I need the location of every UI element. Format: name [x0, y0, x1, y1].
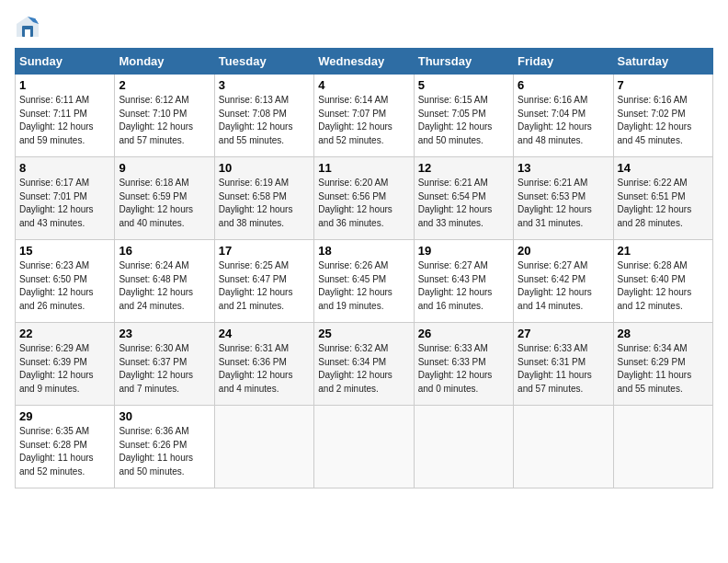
calendar-cell: 23Sunrise: 6:30 AM Sunset: 6:37 PM Dayli… [115, 323, 214, 406]
day-number: 14 [618, 161, 709, 175]
day-info: Sunrise: 6:25 AM Sunset: 6:47 PM Dayligh… [219, 259, 310, 313]
day-number: 8 [19, 161, 110, 175]
calendar-cell: 10Sunrise: 6:19 AM Sunset: 6:58 PM Dayli… [214, 157, 313, 240]
day-info: Sunrise: 6:16 AM Sunset: 7:04 PM Dayligh… [518, 94, 609, 147]
day-number: 27 [518, 327, 609, 340]
day-header-wednesday: Wednesday [314, 49, 414, 75]
day-info: Sunrise: 6:36 AM Sunset: 6:26 PM Dayligh… [119, 425, 210, 478]
day-number: 24 [219, 327, 310, 340]
day-info: Sunrise: 6:11 AM Sunset: 7:11 PM Dayligh… [19, 94, 110, 147]
calendar-cell: 7Sunrise: 6:16 AM Sunset: 7:02 PM Daylig… [613, 75, 712, 157]
calendar-cell: 16Sunrise: 6:24 AM Sunset: 6:48 PM Dayli… [115, 240, 214, 323]
day-info: Sunrise: 6:20 AM Sunset: 6:56 PM Dayligh… [318, 177, 409, 230]
calendar-cell: 15Sunrise: 6:23 AM Sunset: 6:50 PM Dayli… [16, 240, 115, 323]
day-number: 11 [318, 161, 409, 175]
calendar-cell: 30Sunrise: 6:36 AM Sunset: 6:26 PM Dayli… [115, 406, 214, 488]
calendar-cell: 20Sunrise: 6:27 AM Sunset: 6:42 PM Dayli… [514, 240, 613, 323]
day-number: 25 [318, 327, 409, 340]
day-info: Sunrise: 6:21 AM Sunset: 6:54 PM Dayligh… [418, 177, 509, 230]
calendar-header-row: SundayMondayTuesdayWednesdayThursdayFrid… [16, 49, 713, 75]
calendar-cell: 19Sunrise: 6:27 AM Sunset: 6:43 PM Dayli… [414, 240, 513, 323]
page-header [15, 15, 713, 40]
calendar-cell: 3Sunrise: 6:13 AM Sunset: 7:08 PM Daylig… [214, 75, 313, 157]
day-info: Sunrise: 6:22 AM Sunset: 6:51 PM Dayligh… [618, 177, 709, 230]
day-header-thursday: Thursday [414, 49, 513, 75]
day-header-tuesday: Tuesday [214, 49, 313, 75]
calendar-cell: 18Sunrise: 6:26 AM Sunset: 6:45 PM Dayli… [314, 240, 414, 323]
day-info: Sunrise: 6:27 AM Sunset: 6:42 PM Dayligh… [518, 259, 609, 313]
calendar-cell [214, 406, 313, 488]
day-info: Sunrise: 6:33 AM Sunset: 6:33 PM Dayligh… [418, 342, 509, 396]
day-info: Sunrise: 6:16 AM Sunset: 7:02 PM Dayligh… [618, 94, 709, 147]
calendar-cell: 28Sunrise: 6:34 AM Sunset: 6:29 PM Dayli… [613, 323, 712, 406]
day-number: 18 [318, 244, 409, 258]
calendar-cell: 14Sunrise: 6:22 AM Sunset: 6:51 PM Dayli… [613, 157, 712, 240]
day-info: Sunrise: 6:18 AM Sunset: 6:59 PM Dayligh… [119, 177, 210, 230]
day-info: Sunrise: 6:34 AM Sunset: 6:29 PM Dayligh… [618, 342, 709, 396]
day-info: Sunrise: 6:17 AM Sunset: 7:01 PM Dayligh… [19, 177, 110, 230]
calendar-table: SundayMondayTuesdayWednesdayThursdayFrid… [15, 48, 713, 488]
day-number: 7 [618, 78, 709, 92]
day-info: Sunrise: 6:27 AM Sunset: 6:43 PM Dayligh… [418, 259, 509, 313]
day-info: Sunrise: 6:26 AM Sunset: 6:45 PM Dayligh… [318, 259, 409, 313]
day-info: Sunrise: 6:31 AM Sunset: 6:36 PM Dayligh… [219, 342, 310, 396]
day-header-monday: Monday [115, 49, 214, 75]
day-header-sunday: Sunday [16, 49, 115, 75]
day-number: 30 [119, 409, 210, 423]
calendar-cell: 1Sunrise: 6:11 AM Sunset: 7:11 PM Daylig… [16, 75, 115, 157]
calendar-cell [314, 406, 414, 488]
day-info: Sunrise: 6:24 AM Sunset: 6:48 PM Dayligh… [119, 259, 210, 313]
day-info: Sunrise: 6:14 AM Sunset: 7:07 PM Dayligh… [318, 94, 409, 147]
calendar-week-4: 22Sunrise: 6:29 AM Sunset: 6:39 PM Dayli… [16, 323, 713, 406]
day-number: 29 [19, 409, 110, 423]
day-number: 15 [19, 244, 110, 258]
calendar-cell: 11Sunrise: 6:20 AM Sunset: 6:56 PM Dayli… [314, 157, 414, 240]
day-number: 28 [618, 327, 709, 340]
day-info: Sunrise: 6:19 AM Sunset: 6:58 PM Dayligh… [219, 177, 310, 230]
day-info: Sunrise: 6:13 AM Sunset: 7:08 PM Dayligh… [219, 94, 310, 147]
day-header-saturday: Saturday [613, 49, 712, 75]
day-number: 10 [219, 161, 310, 175]
day-info: Sunrise: 6:23 AM Sunset: 6:50 PM Dayligh… [19, 259, 110, 313]
day-info: Sunrise: 6:28 AM Sunset: 6:40 PM Dayligh… [618, 259, 709, 313]
day-info: Sunrise: 6:33 AM Sunset: 6:31 PM Dayligh… [518, 342, 609, 396]
day-number: 19 [418, 244, 509, 258]
day-info: Sunrise: 6:35 AM Sunset: 6:28 PM Dayligh… [19, 425, 110, 478]
day-number: 23 [119, 327, 210, 340]
day-number: 26 [418, 327, 509, 340]
day-number: 2 [119, 78, 210, 92]
day-number: 12 [418, 161, 509, 175]
calendar-cell: 6Sunrise: 6:16 AM Sunset: 7:04 PM Daylig… [514, 75, 613, 157]
day-info: Sunrise: 6:32 AM Sunset: 6:34 PM Dayligh… [318, 342, 409, 396]
calendar-cell [514, 406, 613, 488]
calendar-cell: 17Sunrise: 6:25 AM Sunset: 6:47 PM Dayli… [214, 240, 313, 323]
day-number: 20 [518, 244, 609, 258]
calendar-cell: 8Sunrise: 6:17 AM Sunset: 7:01 PM Daylig… [16, 157, 115, 240]
day-number: 22 [19, 327, 110, 340]
day-number: 21 [618, 244, 709, 258]
day-number: 1 [19, 78, 110, 92]
calendar-cell: 5Sunrise: 6:15 AM Sunset: 7:05 PM Daylig… [414, 75, 513, 157]
day-info: Sunrise: 6:21 AM Sunset: 6:53 PM Dayligh… [518, 177, 609, 230]
day-number: 17 [219, 244, 310, 258]
calendar-cell: 2Sunrise: 6:12 AM Sunset: 7:10 PM Daylig… [115, 75, 214, 157]
calendar-cell: 12Sunrise: 6:21 AM Sunset: 6:54 PM Dayli… [414, 157, 513, 240]
day-number: 4 [318, 78, 409, 92]
calendar-cell [414, 406, 513, 488]
day-number: 3 [219, 78, 310, 92]
calendar-cell: 24Sunrise: 6:31 AM Sunset: 6:36 PM Dayli… [214, 323, 313, 406]
day-number: 6 [518, 78, 609, 92]
calendar-cell [613, 406, 712, 488]
calendar-cell: 13Sunrise: 6:21 AM Sunset: 6:53 PM Dayli… [514, 157, 613, 240]
calendar-week-3: 15Sunrise: 6:23 AM Sunset: 6:50 PM Dayli… [16, 240, 713, 323]
calendar-week-2: 8Sunrise: 6:17 AM Sunset: 7:01 PM Daylig… [16, 157, 713, 240]
calendar-cell: 29Sunrise: 6:35 AM Sunset: 6:28 PM Dayli… [16, 406, 115, 488]
day-number: 16 [119, 244, 210, 258]
calendar-cell: 27Sunrise: 6:33 AM Sunset: 6:31 PM Dayli… [514, 323, 613, 406]
svg-rect-4 [25, 29, 30, 37]
day-info: Sunrise: 6:15 AM Sunset: 7:05 PM Dayligh… [418, 94, 509, 147]
logo [15, 15, 44, 40]
day-info: Sunrise: 6:29 AM Sunset: 6:39 PM Dayligh… [19, 342, 110, 396]
calendar-week-1: 1Sunrise: 6:11 AM Sunset: 7:11 PM Daylig… [16, 75, 713, 157]
calendar-cell: 21Sunrise: 6:28 AM Sunset: 6:40 PM Dayli… [613, 240, 712, 323]
